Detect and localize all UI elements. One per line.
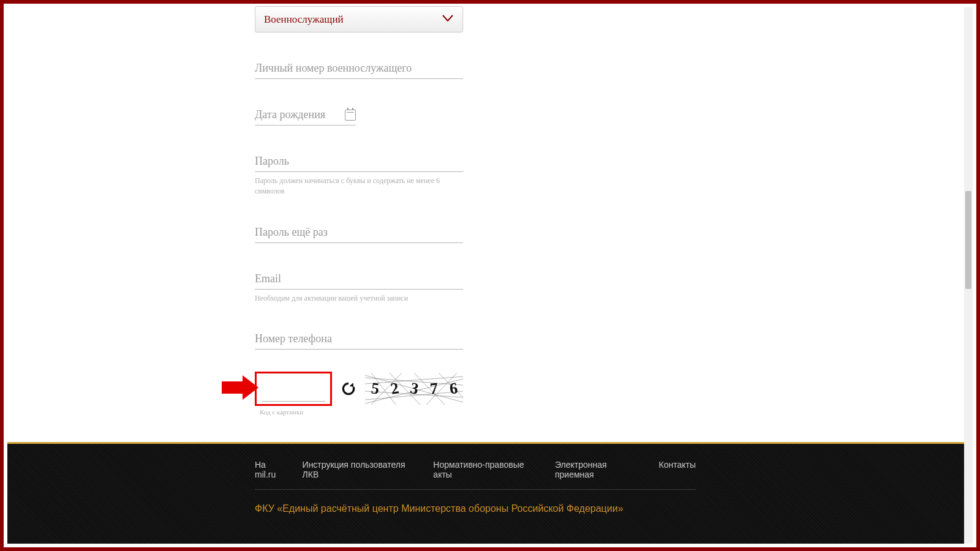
footer-link[interactable]: Контакты <box>659 460 696 479</box>
field-label: Пароль ещё раз <box>255 226 328 238</box>
reload-captcha-button[interactable] <box>341 381 356 397</box>
captcha-label: Код с картинки <box>260 408 303 416</box>
calendar-icon[interactable] <box>345 110 356 121</box>
field-label: Дата рождения <box>255 108 325 121</box>
scrollbar[interactable] <box>964 7 973 544</box>
captcha-digit: 6 <box>448 380 458 399</box>
phone-field[interactable]: Номер телефона <box>255 332 463 350</box>
footer-link[interactable]: Инструкция пользователя ЛКВ <box>303 460 419 479</box>
footer-link[interactable]: Нормативно-правовые акты <box>433 460 540 479</box>
field-label: Email <box>255 272 281 285</box>
captcha-row: Код с картинки 5 2 3 7 6 <box>255 372 952 406</box>
annotation-arrow-icon <box>243 375 258 400</box>
password-confirm-field[interactable]: Пароль ещё раз <box>255 226 463 243</box>
form-content: Военнослужащий Личный номер военнослужащ… <box>4 4 976 440</box>
footer-nav: На mil.ru Инструкция пользователя ЛКВ Но… <box>255 444 696 490</box>
password-field[interactable]: Пароль Пароль должен начинаться с буквы … <box>255 155 463 197</box>
field-hint: Пароль должен начинаться с буквы и содер… <box>255 176 463 197</box>
annotation-arrow-icon <box>222 381 243 394</box>
chevron-down-icon <box>442 13 454 26</box>
personal-number-field[interactable]: Личный номер военнослужащего <box>255 62 463 79</box>
field-hint: Необходим для активации вашей учетной за… <box>255 293 463 304</box>
captcha-digit: 2 <box>389 379 400 399</box>
captcha-digit: 3 <box>409 379 420 399</box>
field-label: Пароль <box>255 155 289 167</box>
field-label: Номер телефона <box>255 332 332 345</box>
captcha-image: 5 2 3 7 6 <box>365 373 463 405</box>
svg-line-8 <box>414 373 445 405</box>
footer-link[interactable]: На mil.ru <box>255 460 288 479</box>
captcha-input[interactable] <box>255 372 332 406</box>
captcha-digit: 7 <box>429 380 438 399</box>
category-dropdown[interactable]: Военнослужащий <box>255 6 463 32</box>
scrollbar-thumb[interactable] <box>965 191 971 289</box>
captcha-digit: 5 <box>370 380 380 399</box>
footer: На mil.ru Инструкция пользователя ЛКВ Но… <box>7 444 967 544</box>
footer-link[interactable]: Электронная приемная <box>555 460 644 479</box>
field-label: Личный номер военнослужащего <box>255 62 412 74</box>
footer-title: ФКУ «Единый расчётный центр Министерства… <box>255 503 967 514</box>
dob-field[interactable]: Дата рождения <box>255 108 356 126</box>
dropdown-value: Военнослужащий <box>264 13 344 26</box>
email-field[interactable]: Email Необходим для активации вашей учет… <box>255 272 463 304</box>
